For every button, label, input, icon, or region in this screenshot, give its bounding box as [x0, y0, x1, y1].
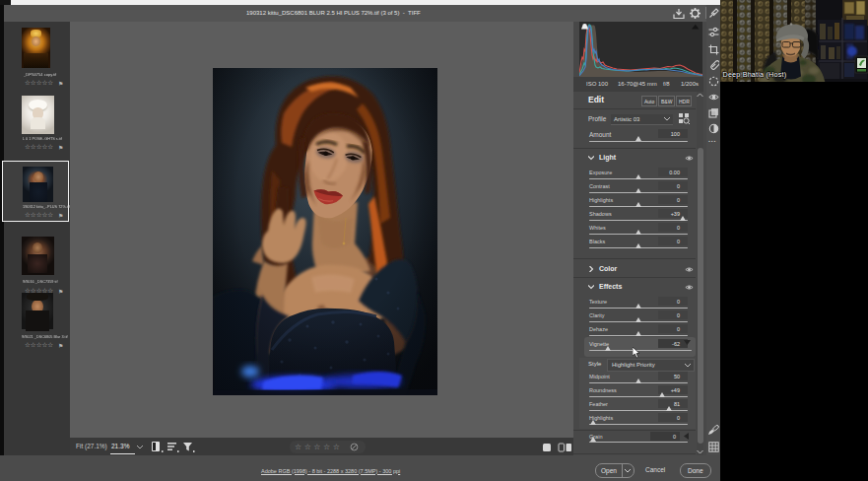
svg-text:Deep Bhatia (Host): Deep Bhatia (Host) — [723, 70, 787, 79]
